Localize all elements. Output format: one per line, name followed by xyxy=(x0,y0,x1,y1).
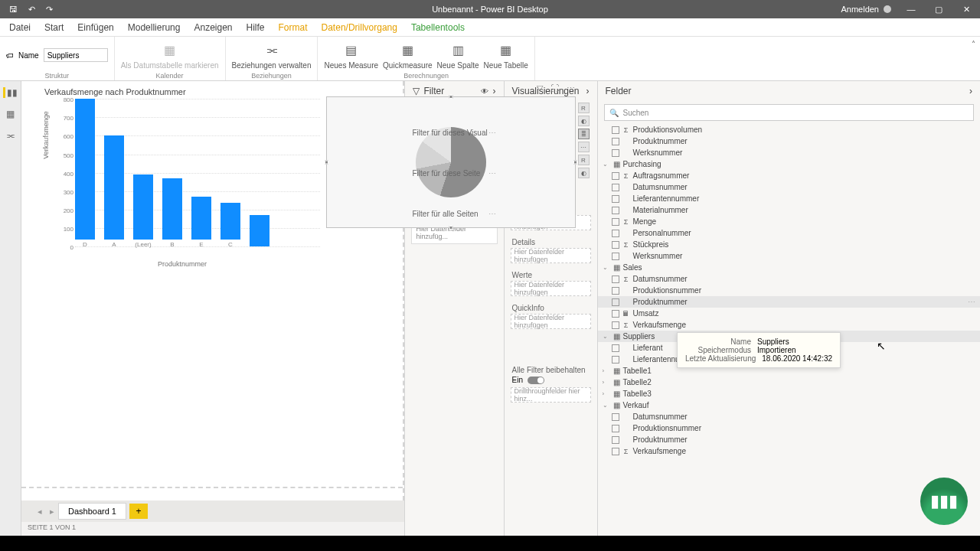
table-icon: ▦ xyxy=(613,160,620,168)
field-checkbox xyxy=(612,287,619,295)
bar[interactable] xyxy=(220,203,240,240)
field-row[interactable]: ΣProduktionsvolumen xyxy=(598,124,981,135)
page-tab[interactable]: Dashboard 1 xyxy=(58,503,126,520)
viz-type-icon[interactable]: ◐ xyxy=(578,168,590,178)
field-row[interactable]: Datumsnummer xyxy=(598,181,981,193)
field-row[interactable]: Werksnummer xyxy=(598,250,981,262)
tab-table-tools[interactable]: Tabellentools xyxy=(411,22,465,33)
focus-icon[interactable]: ⛶ xyxy=(550,83,559,93)
show-icon[interactable]: 👁 xyxy=(481,87,488,96)
field-row[interactable]: Produktnummer⋯ xyxy=(598,296,981,308)
tab-view[interactable]: Anzeigen xyxy=(194,22,232,33)
more-icon[interactable]: ⋯ xyxy=(567,83,575,93)
field-row[interactable]: ΣMenge xyxy=(598,216,981,227)
bar[interactable] xyxy=(75,99,95,240)
collapse-icon[interactable]: › xyxy=(969,86,972,96)
bar[interactable] xyxy=(133,174,153,240)
field-checkbox xyxy=(612,310,619,318)
new-table-button[interactable]: ▦Neue Tabelle xyxy=(484,41,528,70)
page-next-icon[interactable]: ▸ xyxy=(46,507,58,517)
table-tooltip: NameSuppliers SpeichermodusImportieren L… xyxy=(677,332,841,368)
field-row[interactable]: ΣVerkaufsmenge xyxy=(598,445,981,457)
field-row[interactable]: Datumsnummer xyxy=(598,411,981,422)
details-well[interactable]: Hier Datenfelder hinzufügen xyxy=(511,248,591,263)
table-row[interactable]: ›▦Tabelle2 xyxy=(598,377,981,388)
table-row[interactable]: ⌄▦Verkauf xyxy=(598,399,981,411)
values-well[interactable]: Hier Datenfelder hinzufügen xyxy=(511,281,591,296)
field-row[interactable]: ΣStückpreis xyxy=(598,239,981,250)
field-checkbox xyxy=(612,321,619,329)
maximize-button[interactable]: ▢ xyxy=(925,0,952,18)
field-checkbox xyxy=(612,149,619,157)
field-row[interactable]: ΣDatumsnummer xyxy=(598,273,981,285)
report-canvas[interactable]: Verkaufsmenge nach Produktnummer Verkauf… xyxy=(21,81,404,500)
viz-type-icon[interactable]: ◐ xyxy=(578,116,590,126)
tab-insert[interactable]: Einfügen xyxy=(77,22,113,33)
data-view-icon[interactable]: ▦ xyxy=(6,109,15,119)
status-bar: SEITE 1 VON 1 xyxy=(21,522,404,536)
redo-icon[interactable]: ↷ xyxy=(46,5,53,15)
table-name-input[interactable] xyxy=(44,48,108,62)
tab-home[interactable]: Start xyxy=(44,22,64,33)
bar[interactable] xyxy=(250,215,270,246)
tab-drill[interactable]: Daten/Drillvorgang xyxy=(322,22,397,33)
table-icon: ▦ xyxy=(613,263,620,272)
field-row[interactable]: Personalnummer xyxy=(598,227,981,239)
new-column-button[interactable]: ▥Neue Spalte xyxy=(437,41,479,70)
collapse-icon[interactable]: › xyxy=(586,86,590,96)
tab-file[interactable]: Datei xyxy=(9,22,31,33)
save-icon[interactable]: 🖫 xyxy=(9,5,18,14)
resize-handle[interactable] xyxy=(325,161,328,165)
bar[interactable] xyxy=(191,197,211,240)
field-row[interactable]: ΣVerkaufsmenge xyxy=(598,319,981,331)
table-row[interactable]: ⌄▦Purchasing xyxy=(598,158,981,170)
new-measure-button[interactable]: ▤Neues Measure xyxy=(324,41,378,70)
minimize-button[interactable]: — xyxy=(897,0,925,18)
page-tabs: ◂ ▸ Dashboard 1 + xyxy=(21,500,404,522)
tab-help[interactable]: Hilfe xyxy=(247,22,265,33)
table-row[interactable]: ⌄▦Sales xyxy=(598,262,981,273)
quick-measure-button[interactable]: ▦Quickmeasure xyxy=(383,41,432,70)
tab-modeling[interactable]: Modellierung xyxy=(128,22,181,33)
bar-chart-visual[interactable]: Verkaufsmenge nach Produktnummer Verkauf… xyxy=(44,87,320,271)
tooltip-well[interactable]: Hier Datenfelder hinzufügen xyxy=(511,314,591,329)
add-page-button[interactable]: + xyxy=(129,504,148,519)
keep-filters-toggle[interactable] xyxy=(528,377,544,384)
fields-search-input[interactable]: 🔍Suchen xyxy=(604,104,975,121)
field-checkbox xyxy=(612,184,619,191)
viz-type-icon[interactable]: R xyxy=(578,155,590,165)
tab-format[interactable]: Format xyxy=(279,22,308,33)
viz-type-icon[interactable]: R xyxy=(578,103,590,113)
bar[interactable] xyxy=(162,178,182,240)
undo-icon[interactable]: ↶ xyxy=(28,5,35,15)
bar[interactable] xyxy=(104,135,124,240)
manage-relationships-button[interactable]: ⫘ Beziehungen verwalten xyxy=(232,41,312,70)
field-row[interactable]: Materialnummer xyxy=(598,204,981,216)
resize-handle[interactable] xyxy=(449,226,453,230)
model-view-icon[interactable]: ⫘ xyxy=(6,130,15,141)
field-row[interactable]: Werksnummer xyxy=(598,147,981,158)
filter-icon[interactable]: ▽ xyxy=(537,83,543,93)
resize-handle[interactable] xyxy=(573,161,577,165)
field-row[interactable]: Produktionsnummer xyxy=(598,422,981,434)
page-prev-icon[interactable]: ◂ xyxy=(34,507,46,517)
field-row[interactable]: ΣAuftragsnummer xyxy=(598,170,981,181)
collapse-icon[interactable]: › xyxy=(493,86,496,96)
report-view-icon[interactable]: ▮▮ xyxy=(3,87,18,98)
field-checkbox xyxy=(612,448,619,455)
close-button[interactable]: ✕ xyxy=(952,0,980,18)
field-row[interactable]: Produktnummer xyxy=(598,135,981,147)
filter-icon: ▽ xyxy=(413,86,420,96)
field-row[interactable]: Produktionsnummer xyxy=(598,285,981,296)
sign-in-button[interactable]: Anmelden xyxy=(835,5,897,14)
drillthrough-well[interactable]: Drillthroughfelder hier hinz... xyxy=(511,387,591,403)
collapse-ribbon-icon[interactable]: ˄ xyxy=(972,40,975,48)
field-row[interactable]: Lieferantennummer xyxy=(598,193,981,204)
viz-type-icon[interactable]: ≣ xyxy=(578,129,590,139)
table-row[interactable]: ›▦Tabelle3 xyxy=(598,388,981,399)
viz-type-icon[interactable]: ⋯ xyxy=(578,142,590,152)
field-row[interactable]: 🖩Umsatz xyxy=(598,308,981,319)
table-icon: ▦ xyxy=(613,378,620,386)
resize-handle[interactable] xyxy=(449,95,453,99)
field-row[interactable]: Produktnummer xyxy=(598,434,981,445)
